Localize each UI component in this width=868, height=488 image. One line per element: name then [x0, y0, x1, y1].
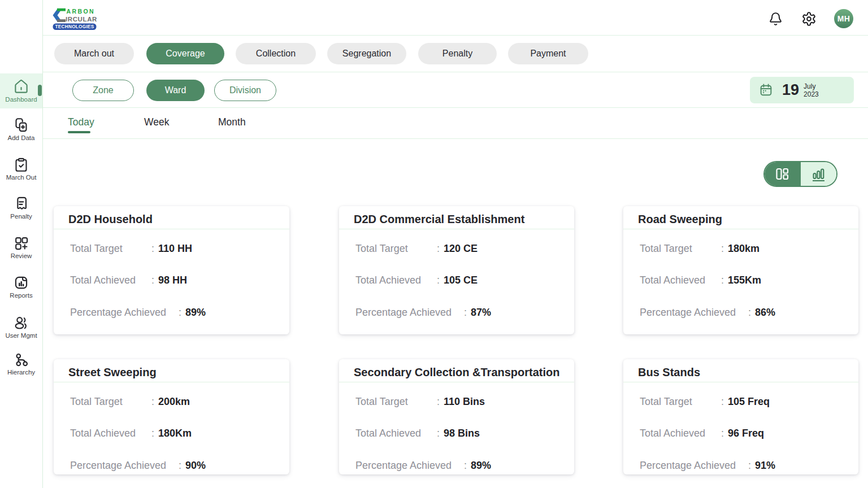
svg-text:IRCULAR: IRCULAR — [66, 16, 97, 23]
svg-text:ARBON: ARBON — [67, 8, 96, 15]
svg-text:TECHNOLOGIES: TECHNOLOGIES — [55, 24, 94, 29]
